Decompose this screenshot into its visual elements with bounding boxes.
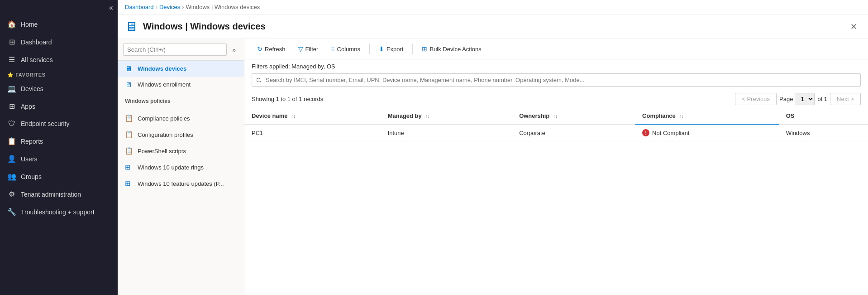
sidebar-item-label: Devices [21,85,43,92]
sub-nav-section-label: Windows policies [118,92,244,106]
filters-applied-text: Filters applied: Managed by, OS [252,63,335,70]
breadcrumb: Dashboard › Devices › Windows | Windows … [118,0,868,15]
sidebar-item-label: Home [21,21,38,28]
table-row[interactable]: PC1 Intune Corporate ! Not Compliant Win… [244,124,868,141]
sub-nav-item-label: Windows enrollment [138,81,191,88]
col-ownership[interactable]: Ownership ↑↓ [512,108,635,124]
sidebar-item-groups[interactable]: 👥 Groups [0,168,118,185]
sub-sidebar: » 🖥 Windows devices 🖥 Windows enrollment… [118,39,244,295]
windows-devices-nav-icon: 🖥 [125,65,133,73]
col-os[interactable]: OS [779,108,868,124]
cell-os: Windows [779,124,868,141]
sub-nav-item-label: Windows 10 feature updates (P... [138,180,224,187]
sidebar-item-apps[interactable]: ⊞ Apps [0,97,118,115]
sub-nav-item-windows-devices[interactable]: 🖥 Windows devices [118,61,244,77]
page-title: Windows | Windows devices [143,21,266,32]
sidebar-item-label: Apps [21,103,35,110]
records-bar: Showing 1 to 1 of 1 records < Previous P… [244,90,868,108]
page-label: Page [779,96,793,102]
compliance-value: Not Compliant [652,130,689,136]
sub-nav-item-label: Compliance policies [138,115,190,122]
page-of-label: of 1 [817,96,827,102]
apps-icon: ⊞ [7,102,16,111]
sub-sidebar-search-container: » [118,39,244,61]
windows-devices-icon: 🖥 [125,19,138,34]
sub-nav-item-feature-updates[interactable]: ⊞ Windows 10 feature updates (P... [118,175,244,192]
sub-nav-item-label: PowerShell scripts [138,148,186,155]
devices-icon: 💻 [7,84,16,93]
sidebar-item-devices[interactable]: 💻 Devices [0,80,118,97]
sidebar-item-home[interactable]: 🏠 Home [0,15,118,33]
sidebar-item-dashboard[interactable]: ⊞ Dashboard [0,33,118,51]
reports-icon: 📋 [7,137,16,145]
sub-sidebar-collapse-button[interactable]: » [229,44,238,55]
columns-icon: ≡ [331,45,334,53]
sub-nav-item-powershell-scripts[interactable]: 📋 PowerShell scripts [118,143,244,159]
groups-icon: 👥 [7,172,16,181]
filter-icon: ▽ [298,45,303,53]
device-search-input[interactable] [252,73,861,87]
col-compliance[interactable]: Compliance ↑↓ [635,108,779,124]
sub-nav-item-windows-enrollment[interactable]: 🖥 Windows enrollment [118,77,244,92]
tenant-admin-icon: ⚙ [7,190,16,198]
search-input[interactable] [123,44,227,56]
records-info: Showing 1 to 1 of 1 records [252,96,730,102]
sub-nav-item-configuration-profiles[interactable]: 📋 Configuration profiles [118,126,244,143]
export-button[interactable]: ⬇ Export [373,43,409,55]
refresh-button[interactable]: ↻ Refresh [252,43,291,55]
sidebar-item-label: Tenant administration [21,191,81,198]
cell-ownership: Corporate [512,124,635,141]
table-header-row: Device name ↑↓ Managed by ↑↓ Ownership ↑… [244,108,868,124]
update-rings-icon: ⊞ [125,163,133,171]
breadcrumb-current: Windows | Windows devices [186,4,260,10]
cell-managed-by: Intune [381,124,512,141]
sidebar: « 🏠 Home ⊞ Dashboard ☰ All services ⭐ FA… [0,0,118,295]
main-panel: ↻ Refresh ▽ Filter ≡ Columns ⬇ Export [244,39,868,295]
page-header: 🖥 Windows | Windows devices ✕ [118,15,868,39]
col-device-name[interactable]: Device name ↑↓ [244,108,381,124]
sidebar-item-label: Endpoint security [21,120,69,127]
sidebar-item-label: Dashboard [21,39,52,46]
endpoint-security-icon: 🛡 [7,120,16,128]
toolbar-separator-2 [412,44,413,54]
next-button[interactable]: Next > [830,93,861,105]
sidebar-collapse-button[interactable]: « [0,0,118,15]
previous-button[interactable]: < Previous [735,93,777,105]
sort-arrows-managed-by: ↑↓ [425,114,429,119]
sidebar-item-users[interactable]: 👤 Users [0,150,118,168]
favorites-label: ⭐ FAVORITES [0,68,118,80]
sidebar-item-endpoint-security[interactable]: 🛡 Endpoint security [0,115,118,132]
close-button[interactable]: ✕ [847,20,861,34]
devices-table: Device name ↑↓ Managed by ↑↓ Ownership ↑… [244,108,868,141]
search-bar [244,72,868,90]
home-icon: 🏠 [7,20,16,29]
col-managed-by[interactable]: Managed by ↑↓ [381,108,512,124]
collapse-icon: « [109,4,113,12]
page-select[interactable]: 1 [796,93,815,105]
dashboard-icon: ⊞ [7,38,16,46]
filter-button[interactable]: ▽ Filter [293,43,324,55]
cell-device-name: PC1 [244,124,381,141]
pagination: < Previous Page 1 of 1 Next > [735,93,861,105]
sidebar-item-reports[interactable]: 📋 Reports [0,132,118,150]
refresh-icon: ↻ [257,45,262,53]
bulk-actions-icon: ⊞ [422,45,427,53]
sub-nav-item-label: Windows devices [138,65,186,72]
sub-nav-item-update-rings[interactable]: ⊞ Windows 10 update rings [118,159,244,175]
content-layout: » 🖥 Windows devices 🖥 Windows enrollment… [118,39,868,295]
compliance-icon: 📋 [125,114,133,122]
bulk-actions-button[interactable]: ⊞ Bulk Device Actions [416,43,486,55]
cell-compliance: ! Not Compliant [635,124,779,141]
sidebar-item-label: Troubleshooting + support [21,208,95,216]
sidebar-item-tenant-admin[interactable]: ⚙ Tenant administration [0,185,118,203]
sidebar-item-all-services[interactable]: ☰ All services [0,51,118,68]
all-services-icon: ☰ [7,55,16,64]
configuration-icon: 📋 [125,131,133,139]
compliance-error-icon: ! [642,129,649,136]
columns-button[interactable]: ≡ Columns [325,43,365,55]
breadcrumb-dashboard[interactable]: Dashboard [125,4,154,10]
sub-nav-item-compliance-policies[interactable]: 📋 Compliance policies [118,110,244,126]
sidebar-item-troubleshooting[interactable]: 🔧 Troubleshooting + support [0,203,118,221]
breadcrumb-devices[interactable]: Devices [159,4,180,10]
users-icon: 👤 [7,155,16,163]
